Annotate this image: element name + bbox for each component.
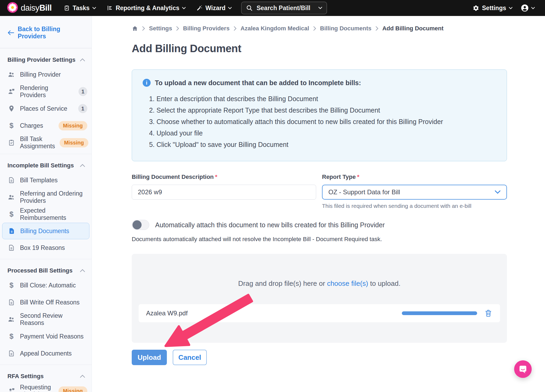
section-title: Processed Bill Settings xyxy=(7,267,73,274)
chevron-down-icon[interactable] xyxy=(318,7,322,9)
sidebar-item-label: Charges xyxy=(20,122,43,129)
sidebar-item-charges[interactable]: $ Charges Missing xyxy=(0,117,92,134)
sidebar-item-label: Box 19 Reasons xyxy=(20,244,65,251)
chevron-right-icon xyxy=(176,26,179,31)
auto-attach-toggle[interactable] xyxy=(132,220,149,230)
chevron-down-icon xyxy=(182,7,186,9)
dollar-icon: $ xyxy=(7,332,15,340)
nav-tasks-label: Tasks xyxy=(73,5,90,12)
instruction-step: Select the appropriate Report Type that … xyxy=(156,105,496,116)
description-input[interactable] xyxy=(132,185,316,200)
dollar-icon: $ xyxy=(7,281,15,289)
sidebar-item-label: Bill Task Assignments xyxy=(20,135,55,150)
clipboard-check-icon xyxy=(7,139,15,147)
nav-wizard-label: Wizard xyxy=(205,5,225,12)
chevron-right-icon xyxy=(142,26,145,31)
breadcrumb-billing-providers[interactable]: Billing Providers xyxy=(183,25,230,32)
person-chat-icon xyxy=(7,387,15,392)
sidebar-item-label: Expected Reimbursements xyxy=(20,207,87,221)
home-icon[interactable] xyxy=(132,25,138,32)
chevron-up-icon xyxy=(80,269,85,272)
page-title: Add Billing Document xyxy=(132,43,507,55)
back-to-billing-providers-link[interactable]: Back to Billing Providers xyxy=(0,16,92,48)
main-content: Settings Billing Providers Azalea Kingdo… xyxy=(92,16,545,392)
dollar-icon: $ xyxy=(7,122,15,130)
account-avatar-icon xyxy=(521,4,529,12)
sidebar-item-bill-templates[interactable]: Bill Templates xyxy=(0,172,92,189)
daisybill-logo[interactable]: daisyBill xyxy=(7,2,52,14)
dollar-icon: $ xyxy=(7,210,15,218)
sidebar-item-label: Places of Service xyxy=(20,105,67,112)
instructions-list: Enter a description that describes the B… xyxy=(156,93,496,150)
required-asterisk: * xyxy=(215,174,217,180)
chevron-down-icon xyxy=(92,7,96,9)
nav-account[interactable] xyxy=(521,0,535,16)
section-header[interactable]: Billing Provider Settings xyxy=(0,50,92,66)
nav-settings-label: Settings xyxy=(482,5,506,12)
reporting-chart-icon xyxy=(107,5,113,11)
auto-attach-note: Documents automatically attached will no… xyxy=(132,236,507,243)
instructions-info-box: i To upload a new document that can be a… xyxy=(132,69,507,161)
missing-badge: Missing xyxy=(59,121,87,130)
sidebar-item-appeal-documents[interactable]: Appeal Documents xyxy=(0,345,92,362)
nav-reporting-analytics[interactable]: Reporting & Analytics xyxy=(102,0,190,16)
sidebar-item-rendering-providers[interactable]: Rendering Providers 1 xyxy=(0,83,92,100)
upload-button[interactable]: Upload xyxy=(132,350,167,365)
section-header[interactable]: Processed Bill Settings xyxy=(0,261,92,277)
nav-wizard[interactable]: Wizard xyxy=(192,0,236,16)
sidebar-item-label: Appeal Documents xyxy=(20,350,72,357)
cancel-button[interactable]: Cancel xyxy=(173,350,207,365)
sidebar-item-label: Referring and Ordering Providers xyxy=(20,190,87,204)
document-icon xyxy=(7,349,15,357)
sidebar-item-bill-task-assignments[interactable]: Bill Task Assignments Missing xyxy=(0,134,92,151)
sidebar-item-requesting-physicians[interactable]: Requesting Physicians Missing xyxy=(0,382,92,392)
breadcrumb-billing-documents[interactable]: Billing Documents xyxy=(320,25,371,32)
search-placeholder: Search Patient/Bill xyxy=(257,5,310,12)
chevron-down-icon xyxy=(495,190,501,194)
chat-support-button[interactable] xyxy=(514,360,532,378)
search-input[interactable]: Search Patient/Bill xyxy=(241,2,327,14)
sidebar-item-referring-and-ordering-providers[interactable]: Referring and Ordering Providers xyxy=(0,189,92,206)
search-icon xyxy=(246,5,253,11)
file-name: Azalea W9.pdf xyxy=(146,310,188,317)
breadcrumb-azalea-kingdom-medical[interactable]: Azalea Kingdom Medical xyxy=(241,25,309,32)
file-dropzone[interactable]: Drag and drop file(s) here or choose fil… xyxy=(132,254,507,343)
sidebar-item-bill-write-off-reasons[interactable]: Bill Write Off Reasons xyxy=(0,294,92,311)
sidebar-item-box-19-reasons[interactable]: Box 19 Reasons xyxy=(0,239,92,256)
breadcrumb-settings[interactable]: Settings xyxy=(149,25,172,32)
chevron-up-icon xyxy=(80,164,85,167)
chevron-right-icon xyxy=(375,26,378,31)
nav-settings[interactable]: Settings xyxy=(473,0,513,16)
section-title: Incomplete Bill Settings xyxy=(7,162,74,169)
info-icon: i xyxy=(143,79,151,87)
section-processed-bill-settings: Processed Bill Settings $ Bill Close: Au… xyxy=(0,259,92,365)
section-rfa-settings: RFA Settings Requesting Physicians Missi… xyxy=(0,365,92,392)
back-link-label: Back to Billing Providers xyxy=(18,26,86,40)
nav-tasks[interactable]: Tasks xyxy=(59,0,101,16)
sidebar-item-second-review-reasons[interactable]: Second Review Reasons xyxy=(0,311,92,328)
sidebar-item-label: Rendering Providers xyxy=(20,84,74,99)
sidebar-item-places-of-service[interactable]: Places of Service 1 xyxy=(0,100,92,117)
sidebar-item-billing-documents[interactable]: Billing Documents xyxy=(2,223,89,239)
report-type-label: Report Type* xyxy=(322,174,507,180)
document-icon xyxy=(8,227,16,235)
uploaded-file-row: Azalea W9.pdf xyxy=(139,304,500,322)
trash-icon[interactable] xyxy=(484,309,493,317)
report-type-select[interactable]: OZ - Support Data for Bill xyxy=(322,185,507,200)
breadcrumb: Settings Billing Providers Azalea Kingdo… xyxy=(132,25,507,32)
sidebar-item-label: Bill Write Off Reasons xyxy=(20,299,80,306)
section-header[interactable]: Incomplete Bill Settings xyxy=(0,156,92,172)
report-type-field-group: Report Type* OZ - Support Data for Bill … xyxy=(322,174,507,209)
sidebar-item-label: Billing Documents xyxy=(20,228,69,235)
section-incomplete-bill-settings: Incomplete Bill Settings Bill Templates … xyxy=(0,154,92,259)
sidebar-item-expected-reimbursements[interactable]: $ Expected Reimbursements xyxy=(0,206,92,223)
auto-attach-toggle-label: Automatically attach this document to ne… xyxy=(155,221,385,229)
person-chat-icon xyxy=(7,88,15,96)
section-header[interactable]: RFA Settings xyxy=(0,366,92,382)
chevron-down-icon xyxy=(531,7,535,9)
section-billing-provider-settings: Billing Provider Settings Billing Provid… xyxy=(0,48,92,154)
sidebar-item-payment-void-reasons[interactable]: $ Payment Void Reasons xyxy=(0,328,92,345)
choose-files-link[interactable]: choose file(s) xyxy=(327,279,368,287)
sidebar-item-bill-close-automatic[interactable]: $ Bill Close: Automatic xyxy=(0,277,92,294)
sidebar-item-billing-provider[interactable]: Billing Provider xyxy=(0,66,92,83)
